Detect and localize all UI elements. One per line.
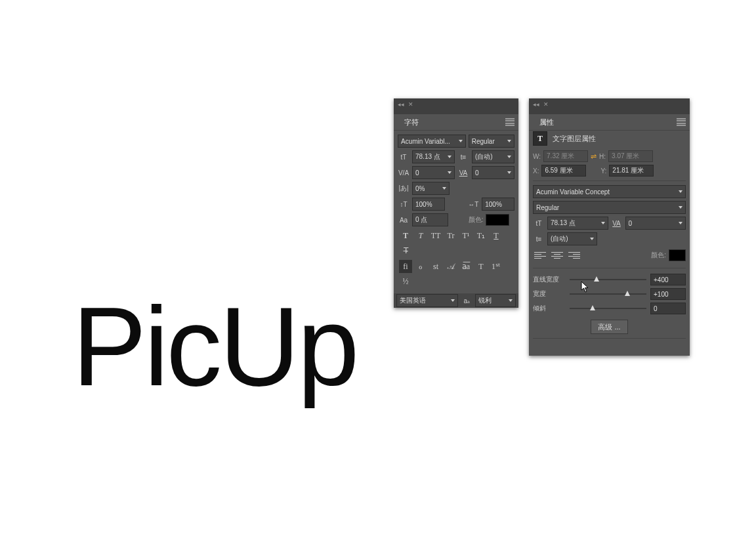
leading-icon: t≡ bbox=[533, 233, 545, 245]
prop-leading-input[interactable]: (自动) bbox=[547, 232, 597, 245]
opentype-row: fi ℴ st 𝒜 a͞a T 1ˢᵗ ½ bbox=[398, 260, 514, 288]
antialias-icon: aₐ bbox=[461, 295, 472, 306]
strikethrough-toggle[interactable]: T̵ bbox=[399, 244, 412, 257]
antialias-select[interactable]: 锐利 bbox=[475, 294, 516, 307]
align-center-button[interactable] bbox=[550, 248, 564, 263]
superscript-toggle[interactable]: T¹ bbox=[459, 229, 472, 242]
smallcaps-toggle[interactable]: Tr bbox=[444, 229, 457, 242]
font-size-icon: tT bbox=[398, 151, 410, 163]
baseline-shift-input[interactable]: 0 点 bbox=[412, 213, 448, 226]
link-wh-icon[interactable]: ⇌ bbox=[591, 152, 597, 161]
height-input: 3.07 厘米 bbox=[608, 150, 653, 162]
properties-panel-header: 属性 bbox=[529, 114, 690, 131]
font-family-select[interactable]: Acumin Variabl... bbox=[398, 135, 466, 148]
fractions-toggle[interactable]: ½ bbox=[399, 275, 412, 288]
font-size-icon: tT bbox=[533, 217, 545, 229]
vertical-scale-input[interactable]: 100% bbox=[412, 198, 445, 211]
y-label: Y: bbox=[600, 167, 606, 175]
type-layer-title: 文字图层属性 bbox=[553, 134, 596, 144]
contextual-alt-toggle[interactable]: ℴ bbox=[414, 260, 427, 273]
align-right-button[interactable] bbox=[567, 248, 581, 263]
titling-alt-toggle[interactable]: T bbox=[474, 260, 488, 273]
width-label: W: bbox=[533, 153, 541, 160]
tracking-input[interactable]: 0 bbox=[472, 166, 514, 179]
stylistic-alt-toggle[interactable]: a͞a bbox=[459, 260, 472, 273]
collapse-icon: ◂◂ bbox=[398, 101, 404, 108]
properties-tab[interactable]: 属性 bbox=[533, 115, 560, 130]
x-input[interactable]: 6.59 厘米 bbox=[541, 165, 586, 177]
tsume-icon: |あ| bbox=[398, 182, 410, 194]
character-panel: ◂◂ ✕ 字符 Acumin Variabl... Regular tT 78.… bbox=[394, 98, 518, 308]
slant-value[interactable]: 0 bbox=[650, 303, 686, 314]
horizontal-scale-input[interactable]: 100% bbox=[482, 198, 514, 211]
character-panel-header: 字符 bbox=[394, 114, 518, 131]
width-slider-label: 宽度 bbox=[533, 289, 566, 299]
canvas-sample-text: PicUp bbox=[72, 282, 356, 411]
panel-collapse-strip[interactable]: ◂◂ ✕ bbox=[398, 101, 413, 108]
character-tab[interactable]: 字符 bbox=[398, 115, 425, 130]
vertical-scale-icon: ↕T bbox=[398, 198, 410, 210]
prop-font-style-select[interactable]: Regular bbox=[533, 201, 686, 214]
language-select[interactable]: 美国英语 bbox=[396, 294, 458, 307]
panel-collapse-strip[interactable]: ◂◂ ✕ bbox=[533, 101, 549, 108]
allcaps-toggle[interactable]: TT bbox=[429, 229, 442, 242]
type-layer-icon: T bbox=[533, 131, 547, 146]
tracking-icon: VA bbox=[457, 167, 469, 179]
baseline-shift-icon: Aa bbox=[398, 214, 410, 226]
close-icon: ✕ bbox=[543, 101, 549, 108]
subscript-toggle[interactable]: T₁ bbox=[474, 229, 488, 242]
x-label: X: bbox=[533, 167, 539, 175]
line-width-slider[interactable] bbox=[570, 275, 646, 284]
color-label: 颜色: bbox=[469, 215, 484, 224]
horizontal-scale-icon: ↔T bbox=[467, 198, 479, 210]
font-style-select[interactable]: Regular bbox=[469, 135, 514, 148]
ordinals-toggle[interactable]: 1ˢᵗ bbox=[490, 260, 503, 273]
type-style-row: T T TT Tr T¹ T₁ T T̵ bbox=[398, 229, 514, 257]
flyout-menu-icon[interactable] bbox=[677, 118, 686, 126]
collapse-icon: ◂◂ bbox=[533, 101, 539, 108]
line-width-value[interactable]: +400 bbox=[650, 274, 686, 285]
prop-font-family-select[interactable]: Acumin Variable Concept bbox=[533, 185, 686, 198]
width-slider[interactable] bbox=[570, 289, 646, 299]
prop-color-swatch[interactable] bbox=[669, 249, 686, 261]
properties-panel-tabbar: ◂◂ ✕ bbox=[529, 98, 690, 114]
prop-tracking-input[interactable]: 0 bbox=[625, 217, 686, 230]
underline-toggle[interactable]: T bbox=[490, 229, 503, 242]
font-size-input[interactable]: 78.13 点 bbox=[412, 150, 455, 163]
flyout-menu-icon[interactable] bbox=[505, 118, 514, 126]
properties-panel: ◂◂ ✕ 属性 T 文字图层属性 W: 7.32 厘米 ⇌ H: 3.07 厘米… bbox=[529, 98, 690, 356]
width-slider-value[interactable]: +100 bbox=[650, 288, 686, 300]
slant-slider[interactable] bbox=[570, 304, 646, 313]
height-label: H: bbox=[599, 153, 606, 160]
tracking-icon: VA bbox=[611, 217, 623, 229]
advanced-button[interactable]: 高级 ... bbox=[591, 320, 627, 334]
prop-font-size-input[interactable]: 78.13 点 bbox=[547, 217, 608, 230]
discretionary-lig-toggle[interactable]: st bbox=[429, 260, 442, 273]
close-icon: ✕ bbox=[408, 101, 413, 108]
character-panel-tabbar: ◂◂ ✕ bbox=[394, 98, 518, 114]
ligatures-toggle[interactable]: fi bbox=[399, 260, 412, 273]
text-color-swatch[interactable] bbox=[486, 214, 509, 226]
line-width-label: 直线宽度 bbox=[533, 275, 566, 284]
bold-toggle[interactable]: T bbox=[399, 229, 412, 242]
tsume-input[interactable]: 0% bbox=[412, 182, 450, 195]
kerning-icon: V/A bbox=[398, 167, 410, 179]
width-input: 7.32 厘米 bbox=[543, 150, 588, 162]
y-input[interactable]: 21.81 厘米 bbox=[609, 165, 654, 177]
leading-icon: t≡ bbox=[457, 151, 469, 163]
align-left-button[interactable] bbox=[533, 248, 547, 263]
leading-input[interactable]: (自动) bbox=[472, 150, 514, 163]
slant-label: 倾斜 bbox=[533, 304, 566, 313]
prop-color-label: 颜色: bbox=[651, 251, 666, 260]
kerning-input[interactable]: 0 bbox=[412, 166, 455, 179]
italic-toggle[interactable]: T bbox=[414, 229, 427, 242]
swash-toggle[interactable]: 𝒜 bbox=[444, 260, 457, 273]
